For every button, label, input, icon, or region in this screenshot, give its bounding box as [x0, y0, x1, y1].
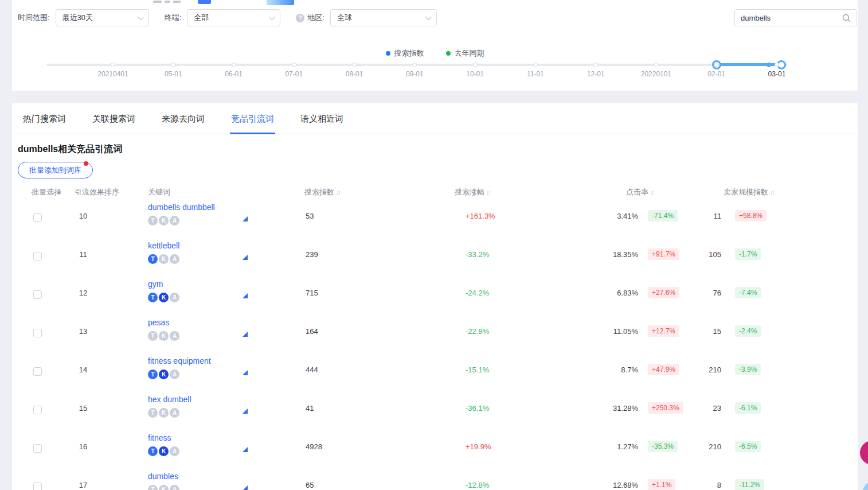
timeline-tick-label: 05-01 [149, 70, 197, 78]
platform-a-icon: A [170, 216, 179, 225]
timeline-tick[interactable] [533, 63, 538, 67]
seller-scale-value: 8 [689, 481, 721, 489]
search-growth-value: -24.2% [466, 289, 489, 297]
keyword-link[interactable]: pesas [148, 318, 179, 327]
timeline-tick[interactable] [775, 63, 779, 67]
ctr-value: 18.35% [581, 250, 638, 259]
platform-t-icon: T [148, 331, 158, 341]
row-checkbox[interactable] [33, 406, 42, 414]
timeline-tick[interactable] [352, 63, 357, 67]
timeline-tick[interactable] [232, 63, 236, 67]
tab-related-search[interactable]: 关联搜索词 [92, 103, 135, 134]
timeline-tick[interactable] [714, 63, 719, 67]
row-checkbox[interactable] [33, 483, 42, 490]
timeline: 20210401 05-01 06-01 07-01 08-01 09-01 1… [12, 0, 858, 91]
seller-scale-value: 210 [689, 365, 721, 374]
sort-icon[interactable]: ↓↑ [650, 189, 654, 196]
timeline-tick[interactable] [593, 63, 598, 67]
platform-a-icon: A [170, 446, 179, 456]
seller-scale-value: 210 [689, 442, 721, 451]
sort-icon[interactable]: ↓↑ [770, 189, 774, 196]
row-checkbox[interactable] [33, 329, 42, 337]
expand-trend-icon[interactable] [243, 252, 248, 262]
row-checkbox[interactable] [33, 367, 42, 376]
row-checkbox[interactable] [33, 444, 42, 453]
platform-t-icon: T [148, 293, 158, 302]
timeline-tick[interactable] [412, 63, 417, 67]
expand-trend-icon[interactable] [243, 213, 248, 224]
sort-icon[interactable]: ↓↑ [336, 189, 340, 196]
col-header-ctr: 点击率↓↑ [626, 187, 654, 197]
platform-k-icon: K [159, 485, 169, 490]
rank-value: 16 [62, 442, 104, 451]
ctr-value: 8.7% [581, 365, 638, 374]
timeline-tick[interactable] [292, 63, 296, 67]
timeline-tick-label: 07-01 [270, 70, 318, 78]
expand-trend-icon[interactable] [243, 406, 248, 416]
row-checkbox[interactable] [33, 252, 42, 260]
timeline-tick[interactable] [473, 63, 478, 67]
search-index-value: 65 [306, 481, 314, 489]
expand-trend-icon[interactable] [243, 329, 248, 339]
rank-value: 12 [62, 289, 104, 297]
tab-hot-search[interactable]: 热门搜索词 [23, 103, 66, 134]
expand-trend-icon[interactable] [243, 367, 248, 378]
row-checkbox[interactable] [33, 213, 42, 222]
seller-change-badge: -2.4% [735, 325, 761, 337]
sort-icon[interactable]: ↓↑ [486, 189, 490, 196]
keyword-link[interactable]: fitness equipment [148, 356, 211, 365]
search-index-value: 41 [306, 404, 314, 413]
keyword-link[interactable]: gym [148, 279, 179, 289]
search-index-value: 4928 [306, 442, 322, 451]
timeline-tick[interactable] [111, 63, 115, 67]
floating-action-button-pink[interactable] [860, 441, 868, 465]
col-header-select: 批量选择 [32, 187, 61, 197]
expand-trend-icon[interactable] [243, 290, 248, 301]
timeline-selected-range[interactable] [717, 63, 781, 66]
ctr-value: 3.41% [581, 212, 638, 220]
keyword-cell: gym T K A [148, 279, 179, 302]
row-checkbox[interactable] [33, 290, 42, 299]
floating-action-button-blue[interactable] [863, 481, 868, 490]
timeline-tick[interactable] [654, 63, 658, 67]
platform-a-icon: A [170, 408, 179, 418]
platform-icons: T K A [148, 293, 179, 302]
search-index-value: 164 [306, 327, 318, 336]
timeline-tick[interactable] [171, 63, 175, 67]
keyword-link[interactable]: hex dumbell [148, 395, 191, 404]
page-title: dumbells相关竞品引流词 [18, 143, 122, 155]
platform-icons: T K A [148, 216, 215, 225]
search-growth-value: +19.9% [466, 442, 491, 451]
timeline-point [767, 63, 771, 67]
batch-add-button[interactable]: 批量添加到词库 [18, 162, 93, 178]
col-header-label: 搜索指数 [304, 188, 334, 196]
keyword-cell: dumbells dumbbell T K A [148, 203, 215, 225]
rank-value: 11 [62, 250, 104, 259]
ctr-value: 11.05% [581, 327, 638, 336]
platform-icons: T K A [148, 254, 179, 264]
ctr-change-badge: +250.3% [648, 402, 683, 414]
rank-value: 14 [62, 365, 104, 374]
ctr-change-badge: -35.3% [648, 441, 678, 452]
keyword-link[interactable]: dumbles [148, 472, 179, 481]
keyword-link[interactable]: kettlebell [148, 241, 179, 250]
seller-change-badge: -11.2% [735, 479, 764, 490]
search-index-value: 715 [306, 289, 318, 297]
keyword-cell: fitness T K A [148, 433, 179, 456]
expand-trend-icon[interactable] [243, 483, 248, 490]
table-row: 10 dumbells dumbbell T K A 53 +161.3% 3.… [12, 201, 858, 239]
ctr-change-badge: +91.7% [648, 248, 679, 260]
platform-k-icon: K [159, 254, 169, 264]
keyword-link[interactable]: dumbells dumbbell [148, 203, 215, 212]
seller-change-badge: -6.1% [735, 402, 761, 414]
tab-source-destination[interactable]: 来源去向词 [162, 103, 205, 134]
expand-trend-icon[interactable] [243, 444, 248, 454]
tab-bar: 热门搜索词 关联搜索词 来源去向词 竞品引流词 语义相近词 [12, 103, 858, 134]
keyword-link[interactable]: fitness [148, 433, 179, 442]
tab-competitor-traffic[interactable]: 竞品引流词 [231, 103, 274, 134]
timeline-tick-label: 02-01 [693, 70, 741, 78]
platform-icons: T K A [148, 485, 179, 490]
col-header-keyword: 关键词 [148, 187, 170, 197]
tab-semantic-similar[interactable]: 语义相近词 [300, 103, 343, 134]
table-row: 13 pesas T K A 164 -22.8% 11.05% +12.7% … [12, 316, 858, 355]
